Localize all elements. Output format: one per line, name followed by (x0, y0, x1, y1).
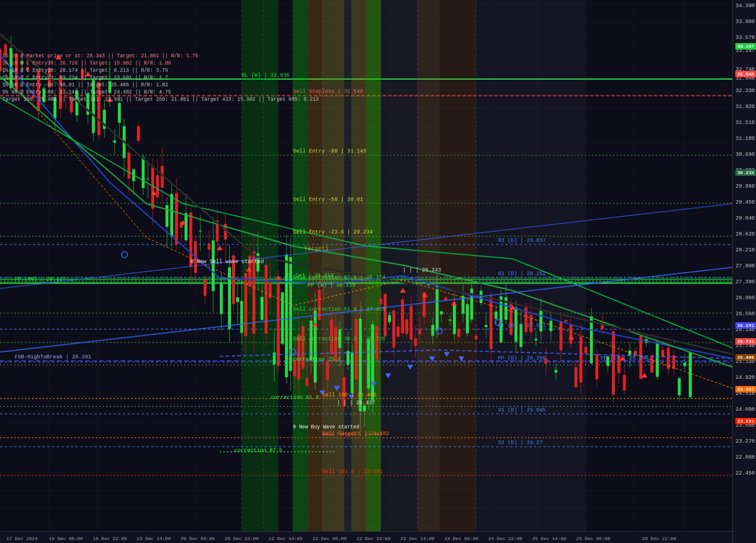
price-axis: 34.39033.98033.57033.19732.74032.54632.3… (732, 0, 756, 543)
time-tick: 23 Dec 14:00 (400, 536, 435, 541)
price-box: 23.591 (735, 418, 756, 424)
price-tick: 32.330 (736, 88, 755, 94)
price-tick: 28.210 (736, 247, 755, 253)
time-tick: 26 Dec 22:00 (642, 536, 676, 541)
price-tick: 22.450 (736, 470, 755, 476)
price-tick: 27.800 (736, 263, 755, 269)
price-tick: 31.100 (736, 136, 755, 142)
price-tick: 22.860 (736, 454, 755, 460)
price-tick: 29.860 (736, 184, 755, 189)
chart-container: 34.39033.98033.57033.19732.74032.54632.3… (0, 0, 756, 543)
time-axis: 17 Dec 202418 Dec 06:0018 Dec 22:0019 De… (0, 531, 732, 543)
price-tick: 26.980 (736, 295, 755, 301)
price-tick: 24.920 (736, 375, 755, 381)
price-box: 25.406 (735, 354, 756, 361)
time-tick: 19 Dec 14:00 (137, 536, 171, 541)
price-tick: 33.570 (736, 35, 755, 41)
time-tick: 20 Dec 22:00 (224, 536, 259, 541)
time-tick: 22 Dec 22:00 (357, 536, 391, 541)
price-tick: 33.980 (736, 19, 755, 25)
time-tick: 18 Dec 06:00 (49, 536, 83, 541)
main-chart[interactable] (0, 0, 732, 543)
price-box: 30.233 (735, 169, 756, 176)
time-tick: 24 Dec 06:00 (444, 536, 478, 541)
time-tick: 21 Dec 14:00 (269, 536, 303, 541)
price-tick: 23.270 (736, 439, 755, 444)
price-box: 33.197 (735, 43, 756, 50)
time-tick: 20 Dec 06:00 (181, 536, 215, 541)
price-box: 32.546 (735, 71, 756, 77)
price-tick: 24.090 (736, 407, 755, 413)
header-info (0, 0, 5, 25)
price-box: 26.291 (735, 322, 756, 329)
price-tick: 34.390 (736, 3, 755, 9)
price-box: 24.482 (735, 386, 756, 392)
price-box: 25.731 (735, 338, 756, 345)
price-tick: 31.920 (736, 104, 755, 110)
price-tick: 27.390 (736, 279, 755, 285)
price-tick: 29.040 (736, 215, 755, 221)
price-tick: 28.620 (736, 231, 755, 237)
price-tick: 26.560 (736, 311, 755, 317)
price-tick: 29.450 (736, 199, 755, 205)
time-tick: 24 Dec 22:00 (488, 536, 523, 541)
price-tick: 31.510 (736, 120, 755, 126)
time-tick: 17 Dec 2024 (6, 536, 38, 541)
price-tick: 30.690 (736, 152, 755, 158)
time-tick: 22 Dec 06:00 (312, 536, 347, 541)
time-tick: 26 Dec 06:00 (576, 536, 611, 541)
time-tick: 18 Dec 22:00 (93, 536, 127, 541)
time-tick: 25 Dec 14:00 (532, 536, 566, 541)
